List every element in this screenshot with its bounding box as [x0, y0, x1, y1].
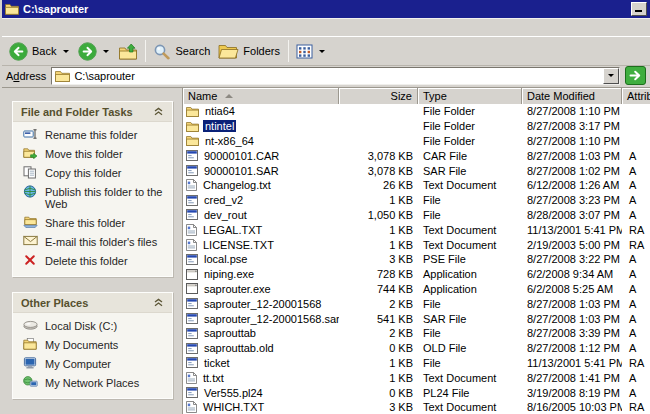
file-type: CAR File [418, 150, 522, 162]
up-button[interactable] [115, 39, 141, 64]
column-header-attributes[interactable]: Attributes [622, 88, 650, 104]
views-button[interactable] [293, 39, 330, 64]
file-type: Text Document [418, 239, 522, 251]
folder-icon [186, 135, 199, 146]
menu-item[interactable] [52, 25, 68, 29]
file-type: Text Document [418, 372, 522, 384]
file-name: local.pse [202, 253, 249, 265]
minimize-button[interactable] [631, 2, 647, 16]
delete-icon [22, 254, 38, 266]
file-type: SAR File [418, 313, 522, 325]
file-row[interactable]: Ver555.pl24 0 KB PL24 File 3/19/2008 8:1… [183, 385, 650, 400]
system-file-icon [186, 195, 198, 206]
task-link[interactable]: Share this folder [22, 217, 168, 229]
file-row[interactable]: 90000101.SAR 3,078 KB SAR File 8/27/2008… [183, 163, 650, 178]
back-button[interactable]: Back [6, 39, 74, 64]
go-button[interactable] [625, 66, 646, 85]
address-input[interactable]: C:\saprouter [51, 67, 620, 85]
file-type: PSE File [418, 253, 522, 265]
file-type: File [418, 194, 522, 206]
text-file-icon [186, 239, 197, 251]
column-header-name[interactable]: Name [183, 88, 339, 104]
folders-icon [218, 43, 239, 59]
text-file-icon [186, 179, 197, 191]
section-header[interactable]: File and Folder Tasks [13, 102, 172, 122]
search-button[interactable]: Search [150, 39, 214, 64]
file-date-modified: 8/27/2008 1:10 PM [522, 135, 622, 147]
file-size: 3 KB [339, 401, 418, 413]
menu-item[interactable] [84, 25, 100, 29]
place-link[interactable]: My Network Places [22, 377, 168, 389]
file-row[interactable]: tt.txt 1 KB Text Document 8/27/2008 1:41… [183, 370, 650, 385]
task-link[interactable]: Rename this folder [22, 129, 168, 141]
file-size: 541 KB [339, 313, 418, 325]
file-size: 744 KB [339, 283, 418, 295]
file-row[interactable]: ntintel File Folder 8/27/2008 3:17 PM [183, 119, 650, 134]
file-row[interactable]: saprouter.exe 744 KB Application 6/2/200… [183, 282, 650, 297]
section-header[interactable]: Other Places [13, 293, 172, 313]
folders-button[interactable]: Folders [215, 39, 284, 64]
file-size: 3,078 KB [339, 150, 418, 162]
task-link-label: Share this folder [45, 217, 125, 229]
file-date-modified: 8/27/2008 1:03 PM [522, 150, 622, 162]
address-folder-icon [55, 70, 70, 82]
file-row[interactable]: saprouter_12-20001568 2 KB File 8/27/200… [183, 296, 650, 311]
file-row[interactable]: niping.exe 728 KB Application 6/2/2008 9… [183, 267, 650, 282]
menu-item[interactable] [4, 25, 20, 29]
file-list: Name Size Type Date Modified Attributes … [183, 88, 650, 414]
file-attributes: A [622, 268, 650, 280]
menu-item[interactable] [68, 25, 84, 29]
menu-item[interactable] [20, 25, 36, 29]
file-row[interactable]: saprouter_12-20001568.sar 541 KB SAR Fil… [183, 311, 650, 326]
folders-label: Folders [243, 45, 281, 57]
task-link[interactable]: E-mail this folder's files [22, 236, 168, 248]
column-header-size[interactable]: Size [339, 88, 418, 104]
column-header-date-modified[interactable]: Date Modified [522, 88, 622, 104]
place-link[interactable]: My Documents [22, 339, 168, 351]
system-file-icon [186, 357, 198, 368]
documents-icon [22, 338, 38, 350]
section-body: Local Disk (C:) My Documents My Computer… [13, 313, 172, 398]
file-date-modified: 3/19/2008 8:19 PM [522, 387, 622, 399]
task-link[interactable]: Delete this folder [22, 255, 168, 267]
task-link[interactable]: Publish this folder to the Web [22, 186, 168, 210]
views-dropdown-icon [319, 50, 325, 53]
back-dropdown-icon [63, 50, 69, 53]
task-link[interactable]: Move this folder [22, 148, 168, 160]
sort-ascending-icon [225, 94, 233, 98]
file-row[interactable]: saprouttab.old 0 KB OLD File 8/27/2008 1… [183, 341, 650, 356]
forward-button[interactable] [75, 39, 114, 64]
section-title: File and Folder Tasks [21, 106, 133, 118]
file-row[interactable]: WHICH.TXT 3 KB Text Document 8/16/2005 1… [183, 400, 650, 414]
menu-item[interactable] [36, 25, 52, 29]
address-dropdown-button[interactable] [603, 68, 619, 84]
file-name: dev_rout [202, 209, 249, 221]
file-row[interactable]: ntia64 File Folder 8/27/2008 1:10 PM [183, 104, 650, 119]
file-row[interactable]: LEGAL.TXT 1 KB Text Document 11/13/2001 … [183, 222, 650, 237]
system-file-icon [186, 150, 198, 161]
file-name: nt-x86_64 [203, 135, 256, 147]
file-row[interactable]: cred_v2 1 KB File 8/27/2008 3:23 PM A [183, 193, 650, 208]
minimize-icon [635, 10, 642, 12]
file-row[interactable]: Changelog.txt 26 KB Text Document 6/12/2… [183, 178, 650, 193]
file-size: 1 KB [339, 239, 418, 251]
place-link[interactable]: My Computer [22, 358, 168, 370]
search-icon [153, 43, 171, 60]
file-row[interactable]: LICENSE.TXT 1 KB Text Document 2/19/2003… [183, 237, 650, 252]
file-row[interactable]: dev_rout 1,050 KB File 8/28/2008 3:07 PM… [183, 208, 650, 223]
folder-icon [186, 121, 199, 132]
section-body: Rename this folder Move this folder Copy… [13, 122, 172, 276]
task-link-label: Copy this folder [45, 167, 121, 179]
content-area: File and Folder Tasks Rename this folder… [2, 88, 650, 414]
place-link[interactable]: Local Disk (C:) [22, 320, 168, 332]
task-link[interactable]: Copy this folder [22, 167, 168, 179]
file-attributes: A [622, 179, 650, 191]
file-row[interactable]: ticket 1 KB File 11/13/2001 5:41 PM RA [183, 356, 650, 371]
views-icon [296, 44, 313, 59]
file-row[interactable]: nt-x86_64 File Folder 8/27/2008 1:10 PM [183, 134, 650, 149]
file-row[interactable]: local.pse 3 KB PSE File 8/27/2008 3:22 P… [183, 252, 650, 267]
file-row[interactable]: 90000101.CAR 3,078 KB CAR File 8/27/2008… [183, 148, 650, 163]
file-row[interactable]: saprouttab 2 KB File 8/27/2008 3:39 PM A [183, 326, 650, 341]
column-header-type[interactable]: Type [418, 88, 522, 104]
toolbar-separator [288, 40, 289, 62]
